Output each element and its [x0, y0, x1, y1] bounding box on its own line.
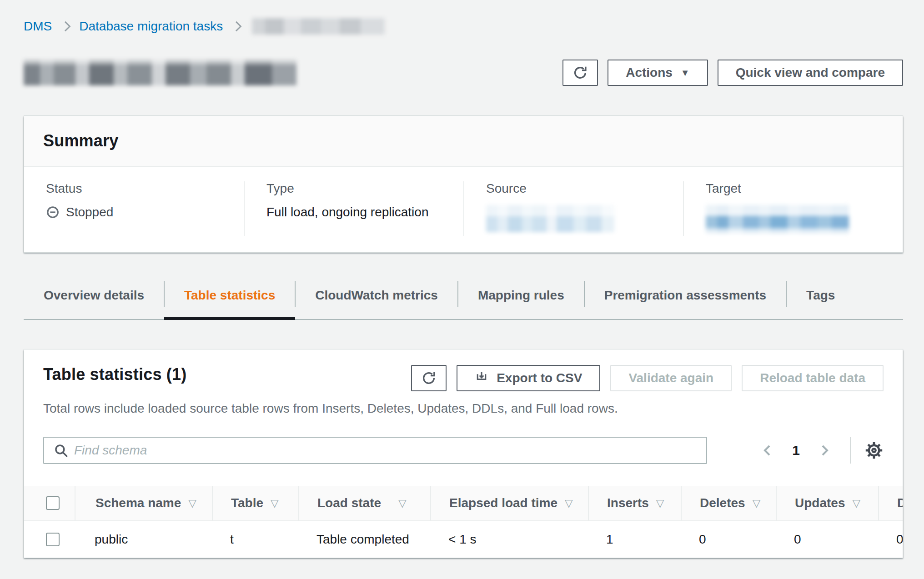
- chevron-right-icon: [817, 443, 832, 458]
- tab-premigration-assessments[interactable]: Premigration assessments: [584, 278, 786, 319]
- pagination-divider: [850, 437, 851, 464]
- column-header-table[interactable]: Table ▽: [212, 486, 298, 520]
- sort-icon: ▽: [852, 497, 860, 509]
- refresh-icon: [421, 370, 437, 386]
- summary-field-source: Source: [463, 181, 683, 236]
- table-statistics-description: Total rows include loaded source table r…: [43, 401, 884, 416]
- target-endpoint-link-redacted[interactable]: [706, 205, 849, 233]
- column-header-ddls[interactable]: DDLs: [878, 486, 903, 520]
- summary-panel: Summary Status Stopped Type Full load,: [24, 115, 903, 253]
- actions-button[interactable]: Actions ▼: [608, 60, 708, 86]
- export-to-csv-label: Export to CSV: [497, 371, 582, 385]
- table-statistics-title: Table statistics (1): [43, 365, 186, 384]
- validate-again-label: Validate again: [628, 371, 713, 385]
- actions-button-label: Actions: [626, 65, 673, 80]
- column-label: Schema name: [95, 496, 181, 510]
- summary-field-type: Type Full load, ongoing replication: [244, 181, 463, 236]
- table-row[interactable]: public t Table completed < 1 s 1 0 0 0: [24, 521, 903, 558]
- dms-task-page: { "breadcrumb": { "items": [ {"label": "…: [0, 0, 924, 579]
- breadcrumb-link-dms[interactable]: DMS: [24, 19, 52, 34]
- cell-elapsed-load-time: < 1 s: [430, 521, 588, 558]
- column-header-updates[interactable]: Updates ▽: [776, 486, 878, 520]
- tab-tags[interactable]: Tags: [786, 278, 855, 319]
- cell-deletes: 0: [681, 521, 776, 558]
- sort-icon: ▽: [271, 497, 279, 509]
- column-label: Updates: [795, 496, 845, 510]
- gear-icon: [864, 441, 884, 460]
- breadcrumb: DMS Database migration tasks: [24, 17, 903, 35]
- table-preferences-button[interactable]: [864, 441, 884, 460]
- sort-icon: ▽: [565, 497, 573, 509]
- source-endpoint-link-redacted[interactable]: [486, 205, 614, 232]
- quick-view-label: Quick view and compare: [736, 65, 885, 80]
- sort-icon: ▽: [398, 497, 407, 509]
- table-statistics-panel: Table statistics (1): [24, 349, 903, 558]
- sort-icon: ▽: [656, 497, 664, 509]
- status-label: Status: [46, 181, 222, 196]
- tab-table-statistics[interactable]: Table statistics: [164, 278, 295, 319]
- column-label: Elapsed load time: [449, 496, 557, 510]
- refresh-button[interactable]: [562, 60, 598, 86]
- caret-down-icon: ▼: [681, 68, 690, 77]
- summary-title: Summary: [43, 131, 884, 150]
- table-statistics-toolbar: Table statistics (1): [24, 349, 903, 464]
- page-header: Actions ▼ Quick view and compare: [24, 59, 903, 86]
- summary-field-target: Target: [683, 181, 903, 236]
- column-header-load-state[interactable]: Load state ▽: [298, 486, 430, 520]
- summary-field-status: Status Stopped: [24, 181, 244, 236]
- tab-mapping-rules[interactable]: Mapping rules: [458, 278, 584, 319]
- cell-updates: 0: [776, 521, 878, 558]
- select-all-checkbox[interactable]: [46, 496, 60, 510]
- tab-overview-details[interactable]: Overview details: [24, 278, 164, 319]
- type-value: Full load, ongoing replication: [266, 205, 442, 220]
- column-header-elapsed-load-time[interactable]: Elapsed load time ▽: [430, 486, 588, 520]
- pagination: 1: [760, 437, 884, 464]
- type-label: Type: [266, 181, 442, 196]
- cell-ddls: 0: [878, 521, 903, 558]
- status-text: Stopped: [66, 205, 113, 220]
- summary-body: Status Stopped Type Full load, ongoing r…: [24, 167, 903, 252]
- row-select-cell: [24, 521, 75, 558]
- current-page-number: 1: [792, 443, 800, 458]
- cell-load-state: Table completed: [298, 521, 430, 558]
- quick-view-compare-button[interactable]: Quick view and compare: [718, 60, 903, 86]
- reload-table-data-label: Reload table data: [760, 371, 865, 385]
- column-label: DDLs: [897, 496, 903, 510]
- search-icon: [53, 443, 69, 458]
- cell-table: t: [212, 521, 298, 558]
- chevron-right-icon: [60, 21, 71, 32]
- cell-schema-name: public: [75, 521, 212, 558]
- target-label: Target: [706, 181, 881, 196]
- summary-header: Summary: [24, 116, 903, 167]
- column-label: Deletes: [700, 496, 745, 510]
- breadcrumb-link-tasks[interactable]: Database migration tasks: [79, 19, 223, 34]
- sort-icon: ▽: [753, 497, 761, 509]
- table-refresh-button[interactable]: [411, 365, 447, 391]
- column-label: Table: [231, 496, 263, 510]
- header-actions: Actions ▼ Quick view and compare: [562, 60, 903, 86]
- validate-again-button: Validate again: [610, 365, 732, 391]
- download-icon: [475, 371, 488, 385]
- column-label: Load state: [317, 496, 381, 510]
- tab-cloudwatch-metrics[interactable]: CloudWatch metrics: [295, 278, 458, 319]
- next-page-button[interactable]: [817, 443, 832, 458]
- row-checkbox[interactable]: [46, 533, 60, 546]
- column-header-schema-name[interactable]: Schema name ▽: [75, 486, 212, 520]
- task-name-title-redacted: [24, 60, 296, 85]
- find-schema-search-input[interactable]: [43, 437, 707, 464]
- table-header-row: Schema name ▽ Table ▽ Load state ▽ Elaps…: [24, 486, 903, 521]
- tab-bar: Overview details Table statistics CloudW…: [24, 278, 903, 320]
- export-to-csv-button[interactable]: Export to CSV: [457, 365, 600, 391]
- column-header-deletes[interactable]: Deletes ▽: [681, 486, 776, 520]
- breadcrumb-current-task-redacted: [252, 18, 385, 35]
- chevron-right-icon: [231, 21, 242, 32]
- chevron-left-icon: [760, 443, 775, 458]
- search-row: 1: [43, 437, 884, 464]
- sort-icon: ▽: [188, 497, 196, 509]
- column-header-inserts[interactable]: Inserts ▽: [588, 486, 681, 520]
- source-label: Source: [486, 181, 661, 196]
- previous-page-button[interactable]: [760, 443, 775, 458]
- stopped-icon: [46, 205, 60, 219]
- refresh-icon: [572, 65, 588, 80]
- column-label: Inserts: [607, 496, 649, 510]
